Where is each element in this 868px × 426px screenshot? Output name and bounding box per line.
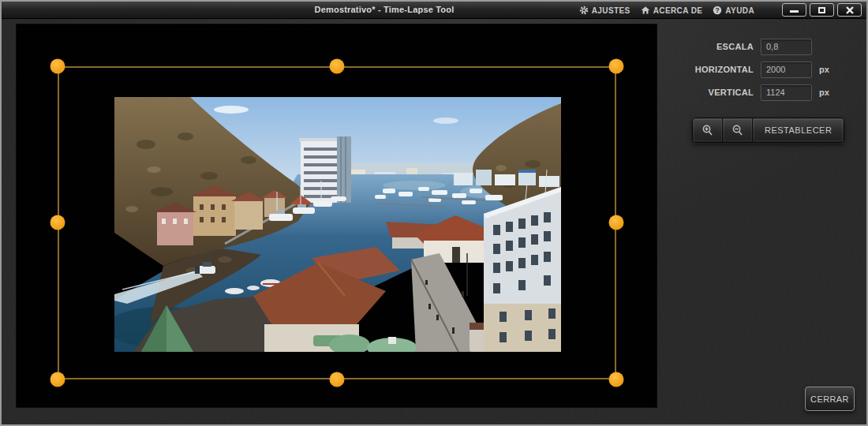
crop-handle-ne[interactable]	[609, 59, 624, 74]
zoom-out-button[interactable]	[723, 118, 753, 142]
crop-frame[interactable]	[58, 66, 616, 379]
restablecer-button[interactable]: RESTABLECER	[753, 118, 844, 142]
help-icon: ?	[713, 6, 722, 15]
minimize-button[interactable]	[782, 3, 806, 17]
field-row-escala: ESCALA	[679, 38, 840, 55]
menu-item-ajustes[interactable]: AJUSTES	[579, 6, 630, 15]
titlebar-menu: AJUSTES ACERCA DE ? AYUDA	[579, 2, 754, 19]
gear-icon	[579, 6, 589, 15]
crop-handle-nw[interactable]	[51, 59, 65, 74]
horizontal-input[interactable]	[761, 62, 812, 78]
menu-label: ACERCA DE	[653, 6, 703, 15]
svg-text:?: ?	[716, 7, 720, 14]
crop-handle-n[interactable]	[330, 59, 345, 74]
menu-item-acerca-de[interactable]: ACERCA DE	[641, 6, 703, 15]
horizontal-unit: px	[819, 65, 840, 74]
app-window: Demostrativo* - Time-Lapse Tool AJUSTES …	[0, 0, 868, 426]
escala-input[interactable]	[761, 39, 812, 55]
menu-item-ayuda[interactable]: ? AYUDA	[713, 6, 754, 15]
title-bar: Demostrativo* - Time-Lapse Tool AJUSTES …	[2, 2, 866, 19]
maximize-button[interactable]	[810, 3, 834, 17]
window-controls	[782, 3, 862, 17]
editor-canvas	[16, 24, 657, 408]
crop-handle-e[interactable]	[609, 215, 624, 230]
vertical-label: VERTICAL	[679, 88, 754, 97]
menu-label: AJUSTES	[592, 6, 630, 15]
home-icon	[641, 6, 650, 15]
menu-label: AYUDA	[725, 6, 754, 15]
vertical-unit: px	[819, 88, 840, 97]
field-row-horizontal: HORIZONTAL px	[679, 61, 840, 78]
crop-handle-se[interactable]	[609, 372, 624, 387]
zoom-toolbar: RESTABLECER	[692, 118, 844, 143]
minimize-icon	[790, 10, 799, 13]
horizontal-label: HORIZONTAL	[679, 65, 754, 74]
zoom-in-button[interactable]	[693, 118, 723, 142]
escala-label: ESCALA	[679, 42, 754, 51]
close-icon	[846, 6, 854, 14]
cerrar-button[interactable]: CERRAR	[805, 387, 855, 411]
crop-handle-s[interactable]	[330, 372, 345, 387]
zoom-out-icon	[731, 125, 743, 136]
maximize-icon	[818, 7, 825, 13]
field-row-vertical: VERTICAL px	[679, 84, 840, 101]
crop-handle-w[interactable]	[51, 215, 65, 230]
vertical-input[interactable]	[761, 84, 812, 101]
zoom-in-icon	[702, 125, 713, 136]
crop-handle-sw[interactable]	[51, 372, 65, 387]
close-button[interactable]	[837, 3, 862, 17]
settings-panel: ESCALA HORIZONTAL px VERTICAL px	[679, 38, 840, 101]
